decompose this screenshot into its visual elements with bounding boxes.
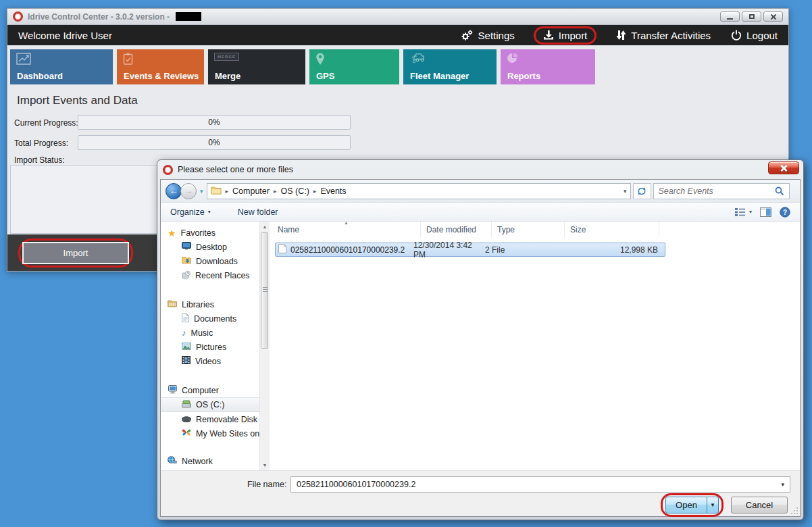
- sidebar-item-os-c[interactable]: OS (C:): [161, 397, 259, 412]
- sidebar-scrollbar[interactable]: ▲ ▼: [259, 222, 270, 470]
- sidebar-item-pictures[interactable]: Pictures: [161, 340, 259, 354]
- maximize-button[interactable]: [742, 11, 761, 22]
- views-button[interactable]: ▾: [735, 208, 752, 216]
- search-field[interactable]: [653, 183, 790, 199]
- breadcrumb-os-c[interactable]: OS (C:): [280, 186, 309, 196]
- import-menu-item[interactable]: Import: [534, 26, 597, 45]
- breadcrumb-events[interactable]: Events: [320, 186, 346, 196]
- file-name-combobox[interactable]: 025821100006010170000239.2 ▾: [290, 476, 790, 493]
- app-menu-bar: Welcome Idrive User Settings Import Tran…: [7, 25, 788, 45]
- address-dropdown-icon[interactable]: ▾: [624, 188, 627, 195]
- sidebar-item-desktop[interactable]: Desktop: [161, 240, 259, 254]
- minimize-button[interactable]: [720, 11, 740, 22]
- sidebar-section-computer[interactable]: Computer: [161, 383, 259, 397]
- monitor-icon: [182, 242, 191, 252]
- close-button[interactable]: [763, 11, 783, 22]
- breadcrumb-separator-icon: ▸: [224, 188, 230, 195]
- cancel-button[interactable]: Cancel: [731, 497, 788, 513]
- transfer-activities-menu-item[interactable]: Transfer Activities: [615, 30, 711, 41]
- resize-grip[interactable]: [791, 507, 798, 514]
- sidebar-item-documents[interactable]: Documents: [161, 311, 259, 326]
- download-icon: [543, 30, 554, 41]
- pictures-label: Pictures: [196, 343, 226, 352]
- power-icon: [731, 30, 742, 41]
- sidebar-item-music[interactable]: ♪ Music: [161, 326, 259, 340]
- refresh-icon: [637, 186, 646, 196]
- breadcrumb[interactable]: ▸ Computer ▸ OS (C:) ▸ Events ▾: [207, 183, 631, 199]
- my-web-sites-label: My Web Sites on: [196, 429, 259, 438]
- views-dropdown-icon: ▾: [749, 209, 752, 215]
- preview-pane-button[interactable]: [760, 207, 771, 217]
- tile-dashboard[interactable]: Dashboard: [10, 49, 113, 84]
- logout-menu-item[interactable]: Logout: [731, 30, 778, 41]
- tile-gps[interactable]: GPS: [309, 49, 399, 84]
- transfer-activities-label: Transfer Activities: [631, 30, 711, 41]
- search-icon: [775, 186, 784, 196]
- search-input[interactable]: [659, 186, 775, 196]
- network-icon: [168, 456, 177, 466]
- scrollbar-thumb[interactable]: [261, 232, 268, 349]
- tile-gps-label: GPS: [316, 71, 334, 81]
- forward-button[interactable]: →: [180, 183, 197, 199]
- breadcrumb-separator-icon: ▸: [312, 188, 318, 195]
- folder-icon: [211, 186, 222, 197]
- sidebar-item-my-web-sites[interactable]: My Web Sites on: [161, 426, 259, 441]
- column-header-name[interactable]: ▲ Name: [270, 222, 421, 238]
- documents-label: Documents: [194, 314, 236, 324]
- os-c-label: OS (C:): [196, 400, 224, 409]
- dialog-close-button[interactable]: [768, 161, 799, 174]
- total-progress-label: Total Progress:: [14, 139, 68, 148]
- help-button[interactable]: ?: [780, 207, 790, 218]
- tile-fleet-manager[interactable]: Fleet Manager: [403, 49, 497, 84]
- import-button[interactable]: Import: [22, 242, 129, 264]
- settings-menu-item[interactable]: Settings: [461, 30, 515, 41]
- libraries-icon: [168, 299, 177, 309]
- total-progress-value: 0%: [208, 138, 220, 147]
- clock-icon: [182, 270, 191, 281]
- hard-drive-icon: [182, 400, 191, 410]
- import-annotation-oval: Import: [18, 239, 133, 268]
- download-folder-icon: [182, 256, 191, 266]
- sidebar-item-recent-places[interactable]: Recent Places: [161, 268, 259, 282]
- new-folder-button[interactable]: New folder: [238, 207, 278, 217]
- new-folder-label: New folder: [238, 207, 278, 217]
- open-split-dropdown[interactable]: ▼: [707, 497, 719, 513]
- file-row-selected[interactable]: 025821100006010170000239.2 12/30/2014 3:…: [275, 243, 665, 257]
- breadcrumb-separator-icon: ▸: [272, 188, 278, 195]
- breadcrumb-computer[interactable]: Computer: [232, 186, 270, 196]
- tile-events-reviews[interactable]: Events & Reviews: [117, 49, 204, 84]
- app-logo-icon: [13, 11, 23, 22]
- column-headers: ▲ Name Date modified Type Size: [270, 222, 800, 238]
- sidebar-section-network[interactable]: Network: [161, 454, 259, 468]
- file-name-dropdown-icon[interactable]: ▾: [781, 481, 784, 488]
- music-note-icon: ♪: [182, 328, 186, 338]
- redacted-text: [176, 12, 201, 21]
- sidebar-item-removable-disk[interactable]: Removable Disk (: [161, 412, 259, 426]
- recent-pages-dropdown[interactable]: ▾: [199, 188, 205, 195]
- open-annotation-oval: Open ▼: [661, 493, 724, 517]
- libraries-label: Libraries: [182, 300, 214, 309]
- welcome-text: Welcome Idrive User: [18, 30, 112, 41]
- tile-dashboard-label: Dashboard: [17, 71, 63, 81]
- scroll-up-icon[interactable]: ▲: [260, 222, 270, 232]
- tile-reports[interactable]: Reports: [501, 49, 595, 84]
- current-progress-label: Current Progress:: [14, 118, 78, 128]
- dialog-titlebar: Please select one or more files: [157, 160, 803, 179]
- tile-merge[interactable]: MERGE Merge: [208, 49, 305, 84]
- back-button[interactable]: ←: [166, 183, 182, 199]
- sidebar-item-downloads[interactable]: Downloads: [161, 254, 259, 268]
- scroll-down-icon[interactable]: ▼: [260, 460, 270, 470]
- logout-label: Logout: [746, 30, 778, 41]
- open-button[interactable]: Open: [665, 497, 707, 513]
- organize-button[interactable]: Organize ▾: [170, 207, 211, 217]
- tile-fleet-manager-label: Fleet Manager: [410, 71, 469, 81]
- sidebar-section-favorites[interactable]: ★ Favorites: [161, 226, 259, 240]
- column-header-size[interactable]: Size: [565, 222, 659, 238]
- refresh-button[interactable]: [633, 183, 651, 199]
- column-header-type[interactable]: Type: [492, 222, 565, 238]
- document-icon: [182, 313, 189, 324]
- column-header-date-modified[interactable]: Date modified: [421, 222, 492, 238]
- sidebar-section-libraries[interactable]: Libraries: [161, 297, 259, 311]
- favorites-label: Favorites: [181, 228, 215, 238]
- sidebar-item-videos[interactable]: Videos: [161, 354, 259, 368]
